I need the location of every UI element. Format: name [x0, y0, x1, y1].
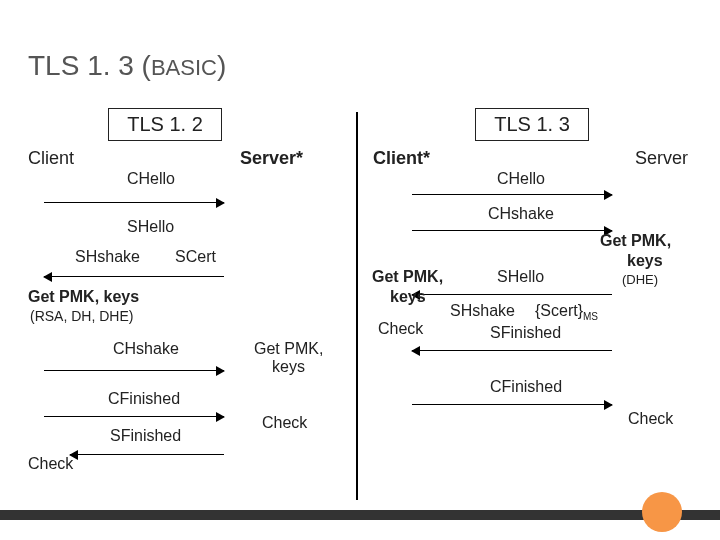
- server-label-left: Server*: [240, 148, 303, 169]
- title-part1: TLS 1. 3 (: [28, 50, 151, 81]
- arrow-r3: [412, 294, 612, 295]
- r-serv-getpmk-a: Get PMK,: [600, 232, 671, 250]
- l-getpmk: Get PMK, keys: [28, 288, 139, 306]
- r-serv-getpmk-dhe: (DHE): [622, 272, 658, 287]
- r-serv-getpmk-b: keys: [627, 252, 663, 270]
- slide-title: TLS 1. 3 (BASIC): [28, 50, 226, 82]
- l-scert: SCert: [175, 248, 216, 266]
- l-chshake: CHshake: [113, 340, 179, 358]
- tls12-title-box: TLS 1. 2: [108, 108, 222, 141]
- tls13-title: TLS 1. 3: [494, 113, 570, 135]
- r-shshake: SHshake: [450, 302, 515, 320]
- r-scert-sub: MS: [583, 311, 598, 322]
- r-cli-getpmk-b: keys: [390, 288, 426, 306]
- center-divider: [356, 112, 358, 500]
- r-cli-check: Check: [378, 320, 423, 338]
- arrow-l3: [44, 370, 224, 371]
- r-sfin: SFinished: [490, 324, 561, 342]
- l-shello: SHello: [127, 218, 174, 236]
- arrow-l4: [44, 416, 224, 417]
- client-label-left: Client: [28, 148, 74, 169]
- client-label-right: Client*: [373, 148, 430, 169]
- r-cfin: CFinished: [490, 378, 562, 396]
- r-scert-txt: {Scert}: [535, 302, 583, 319]
- arrow-l1: [44, 202, 224, 203]
- l-getpmk-sub: (RSA, DH, DHE): [30, 308, 133, 324]
- l-check2: Check: [262, 414, 307, 432]
- title-part2: BASIC: [151, 55, 217, 80]
- l-chello: CHello: [127, 170, 175, 188]
- accent-circle: [642, 492, 682, 532]
- l-getpmk2a: Get PMK,: [254, 340, 323, 358]
- tls13-title-box: TLS 1. 3: [475, 108, 589, 141]
- l-cfin: CFinished: [108, 390, 180, 408]
- r-check2: Check: [628, 410, 673, 428]
- arrow-r4: [412, 350, 612, 351]
- arrow-r1: [412, 194, 612, 195]
- title-part3: ): [217, 50, 226, 81]
- l-getpmk2b: keys: [272, 358, 305, 376]
- r-cli-getpmk-a: Get PMK,: [372, 268, 443, 286]
- arrow-l2: [44, 276, 224, 277]
- l-sfin: SFinished: [110, 427, 181, 445]
- tls12-title: TLS 1. 2: [127, 113, 203, 135]
- l-check-bottom: Check: [28, 455, 73, 473]
- r-shello: SHello: [497, 268, 544, 286]
- arrow-r2: [412, 230, 612, 231]
- arrow-l5: [70, 454, 224, 455]
- accent-bar: [0, 510, 720, 520]
- l-shshake: SHshake: [75, 248, 140, 266]
- r-chshake: CHshake: [488, 205, 554, 223]
- r-scert: {Scert}MS: [535, 302, 598, 322]
- arrow-r5: [412, 404, 612, 405]
- r-chello: CHello: [497, 170, 545, 188]
- server-label-right: Server: [635, 148, 688, 169]
